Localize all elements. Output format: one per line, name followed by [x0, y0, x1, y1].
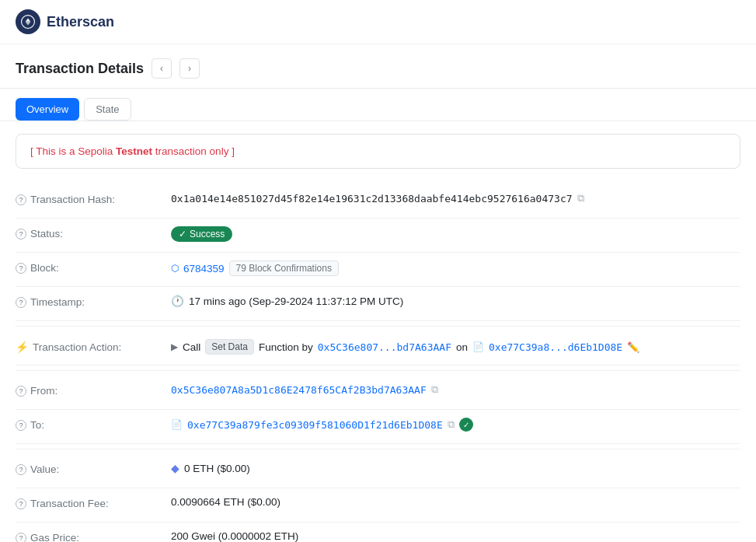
block-cube-icon: ⬡	[171, 263, 179, 274]
label-block: ? Block:	[16, 261, 171, 274]
label-gas-price: ? Gas Price:	[16, 530, 171, 542]
clock-icon: 🕐	[171, 295, 184, 307]
row-gas-price: ? Gas Price: 200 Gwei (0.0000002 ETH)	[16, 523, 740, 542]
status-text: Success	[190, 229, 225, 240]
value-text: 0 ETH ($0.00)	[184, 463, 250, 474]
value-from: 0x5C36e807A8a5D1c86E2478f65CAf2B3bd7A63A…	[171, 383, 740, 396]
help-icon-gas[interactable]: ?	[16, 533, 26, 543]
label-transaction-fee: ? Transaction Fee:	[16, 496, 171, 509]
call-text: Call	[183, 341, 200, 353]
row-transaction-action: ⚡ Transaction Action: ▶ Call Set Data Fu…	[16, 331, 740, 365]
label-value: ? Value:	[16, 462, 171, 475]
row-timestamp: ? Timestamp: 🕐 17 mins ago (Sep-29-2024 …	[16, 287, 740, 321]
label-status: ? Status:	[16, 226, 171, 240]
logo: Etherscan	[16, 9, 114, 34]
row-value: ? Value: ◆ 0 ETH ($0.00)	[16, 454, 740, 488]
transaction-fee-text: 0.0090664 ETH ($0.00)	[171, 496, 280, 508]
label-from: ? From:	[16, 383, 171, 397]
value-status: ✓ Success	[171, 226, 740, 242]
help-icon-block[interactable]: ?	[16, 263, 26, 274]
label-to: ? To:	[16, 418, 171, 431]
divider-2	[16, 370, 740, 371]
from-address-link[interactable]: 0x5C36e807A8a5D1c86E2478f65CAf2B3bd7A63A…	[171, 384, 427, 396]
label-transaction-action: ⚡ Transaction Action:	[16, 339, 171, 353]
hash-value: 0x1a014e14e851027d45f82e14e19631c2d13368…	[171, 193, 573, 205]
copy-from-icon[interactable]: ⧉	[431, 383, 438, 396]
help-icon-hash[interactable]: ?	[16, 194, 26, 205]
help-icon-value[interactable]: ?	[16, 464, 26, 475]
logo-icon	[16, 9, 40, 34]
copy-to-icon[interactable]: ⧉	[448, 418, 455, 431]
tab-state[interactable]: State	[84, 98, 131, 121]
row-to: ? To: 📄 0xe77C39a879fe3c09309f581060D1f2…	[16, 410, 740, 444]
help-icon-to[interactable]: ?	[16, 420, 26, 431]
nav-prev-button[interactable]: ‹	[152, 58, 172, 79]
row-transaction-hash: ? Transaction Hash: 0x1a014e14e851027d45…	[16, 184, 740, 219]
help-icon-from[interactable]: ?	[16, 386, 26, 397]
contract-icon: 📄	[171, 419, 183, 430]
divider-1	[16, 326, 740, 327]
value-gas-price: 200 Gwei (0.0000002 ETH)	[171, 530, 740, 542]
nav-next-button[interactable]: ›	[179, 58, 200, 79]
value-transaction-fee: 0.0090664 ETH ($0.00)	[171, 496, 740, 508]
page-container: Etherscan Transaction Details ‹ › Overvi…	[0, 0, 756, 542]
action-to-link[interactable]: 0xe77C39a8...d6Eb1D08E	[489, 341, 622, 353]
tabs-bar: Overview State	[0, 89, 756, 121]
block-confirmations-badge: 79 Block Confirmations	[229, 261, 339, 276]
notice-highlight: Testnet	[116, 145, 152, 157]
verified-check-icon: ✓	[459, 418, 473, 432]
page-title: Transaction Details	[16, 61, 144, 77]
main-content: [ This is a Sepolia Testnet transaction …	[0, 121, 756, 542]
arrow-icon: ▶	[171, 341, 178, 352]
timestamp-text: 17 mins ago (Sep-29-2024 11:37:12 PM UTC…	[189, 295, 403, 307]
gas-price-text: 200 Gwei (0.0000002 ETH)	[171, 530, 298, 542]
function-by-text: Function by	[259, 341, 313, 353]
status-badge: ✓ Success	[171, 226, 232, 242]
help-icon-status[interactable]: ?	[16, 229, 26, 240]
logo-text: Etherscan	[47, 14, 114, 30]
document-icon: 📄	[472, 341, 484, 352]
page-header: Transaction Details ‹ ›	[0, 44, 756, 89]
notice-suffix: transaction only ]	[152, 145, 235, 157]
lightning-icon: ⚡	[16, 341, 29, 353]
to-address-link[interactable]: 0xe77C39a879fe3c09309f581060D1f21d6Eb1D0…	[187, 419, 443, 431]
row-transaction-fee: ? Transaction Fee: 0.0090664 ETH ($0.00)	[16, 488, 740, 523]
label-timestamp: ? Timestamp:	[16, 295, 171, 308]
divider-3	[16, 449, 740, 449]
row-from: ? From: 0x5C36e807A8a5D1c86E2478f65CAf2B…	[16, 376, 740, 410]
help-icon-fee[interactable]: ?	[16, 498, 26, 509]
tab-overview[interactable]: Overview	[16, 98, 79, 121]
value-block: ⬡ 6784359 79 Block Confirmations	[171, 261, 740, 276]
notice-prefix: [ This is a Sepolia	[30, 145, 116, 157]
on-text: on	[456, 341, 468, 353]
testnet-notice: [ This is a Sepolia Testnet transaction …	[16, 134, 740, 169]
value-to: 📄 0xe77C39a879fe3c09309f581060D1f21d6Eb1…	[171, 418, 740, 432]
row-status: ? Status: ✓ Success	[16, 219, 740, 253]
action-area: ▶ Call Set Data Function by 0x5C36e807..…	[171, 339, 639, 355]
edit-icon[interactable]: ✏️	[627, 341, 639, 353]
value-transaction-hash: 0x1a014e14e851027d45f82e14e19631c2d13368…	[171, 192, 740, 205]
value-value: ◆ 0 ETH ($0.00)	[171, 462, 740, 474]
label-transaction-hash: ? Transaction Hash:	[16, 192, 171, 205]
value-timestamp: 🕐 17 mins ago (Sep-29-2024 11:37:12 PM U…	[171, 295, 740, 307]
row-block: ? Block: ⬡ 6784359 79 Block Confirmation…	[16, 253, 740, 287]
copy-hash-icon[interactable]: ⧉	[577, 192, 584, 205]
value-transaction-action: ▶ Call Set Data Function by 0x5C36e807..…	[171, 339, 740, 355]
checkmark-icon: ✓	[179, 229, 186, 240]
header: Etherscan	[0, 0, 756, 44]
set-data-badge: Set Data	[205, 339, 254, 355]
eth-diamond-icon: ◆	[171, 462, 179, 474]
help-icon-timestamp[interactable]: ?	[16, 297, 26, 308]
block-number-link[interactable]: 6784359	[183, 263, 225, 274]
action-from-link[interactable]: 0x5C36e807...bd7A63AAF	[318, 341, 451, 353]
